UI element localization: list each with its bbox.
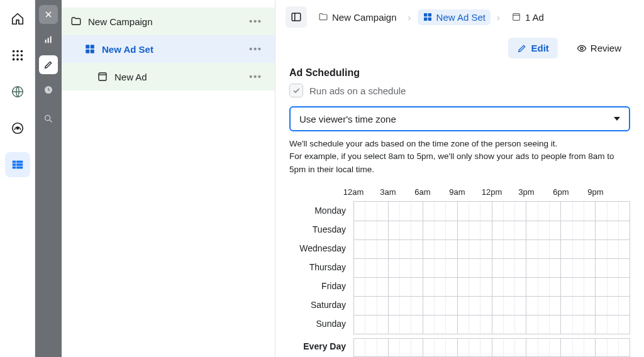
schedule-cell[interactable] bbox=[538, 297, 550, 315]
schedule-cell[interactable] bbox=[389, 202, 400, 221]
schedule-cell[interactable] bbox=[389, 240, 400, 258]
schedule-cell[interactable] bbox=[354, 339, 365, 356]
schedule-cell[interactable] bbox=[504, 297, 515, 315]
schedule-cell[interactable] bbox=[411, 297, 423, 315]
schedule-cell[interactable] bbox=[411, 259, 423, 277]
schedule-cell[interactable] bbox=[504, 316, 515, 334]
crumb-campaign[interactable]: New Campaign bbox=[313, 9, 402, 25]
schedule-cell[interactable] bbox=[573, 297, 584, 315]
schedule-cell[interactable] bbox=[561, 240, 572, 258]
schedule-cell[interactable] bbox=[561, 297, 572, 315]
schedule-cell[interactable] bbox=[446, 259, 457, 277]
schedule-cell[interactable] bbox=[411, 221, 423, 239]
schedule-cell[interactable] bbox=[400, 339, 411, 356]
schedule-cell[interactable] bbox=[354, 297, 365, 315]
schedule-cell[interactable] bbox=[526, 221, 538, 239]
schedule-cell[interactable] bbox=[608, 259, 619, 277]
schedule-cell[interactable] bbox=[377, 278, 389, 296]
schedule-cell[interactable] bbox=[596, 297, 607, 315]
schedule-cell[interactable] bbox=[608, 316, 619, 334]
schedule-cell[interactable] bbox=[400, 316, 411, 334]
schedule-cell[interactable] bbox=[458, 202, 469, 221]
schedule-cell[interactable] bbox=[435, 202, 446, 221]
schedule-cell[interactable] bbox=[526, 278, 538, 296]
schedule-checkbox[interactable] bbox=[289, 84, 303, 97]
schedule-cell[interactable] bbox=[526, 297, 538, 315]
table-icon[interactable] bbox=[5, 152, 30, 177]
schedule-cell[interactable] bbox=[411, 202, 423, 221]
schedule-cell[interactable] bbox=[480, 259, 492, 277]
schedule-cell[interactable] bbox=[608, 221, 619, 239]
schedule-cell[interactable] bbox=[526, 259, 538, 277]
schedule-cell[interactable] bbox=[423, 316, 435, 334]
schedule-cell[interactable] bbox=[389, 297, 400, 315]
timezone-dropdown[interactable]: Use viewer's time zone bbox=[289, 106, 630, 131]
schedule-cell[interactable] bbox=[423, 297, 435, 315]
schedule-cell[interactable] bbox=[619, 339, 630, 356]
schedule-cell[interactable] bbox=[365, 259, 377, 277]
schedule-cell[interactable] bbox=[435, 297, 446, 315]
schedule-cells[interactable] bbox=[353, 201, 630, 334]
close-icon[interactable] bbox=[39, 5, 58, 24]
schedule-cell[interactable] bbox=[504, 240, 515, 258]
schedule-cell[interactable] bbox=[584, 221, 596, 239]
home-icon[interactable] bbox=[5, 6, 30, 31]
schedule-cell[interactable] bbox=[389, 259, 400, 277]
schedule-cell[interactable] bbox=[423, 339, 435, 356]
schedule-cell[interactable] bbox=[435, 339, 446, 356]
schedule-cell[interactable] bbox=[354, 259, 365, 277]
schedule-cell[interactable] bbox=[435, 259, 446, 277]
schedule-cell[interactable] bbox=[584, 297, 596, 315]
schedule-cell[interactable] bbox=[389, 278, 400, 296]
schedule-cell[interactable] bbox=[480, 339, 492, 356]
schedule-cell[interactable] bbox=[446, 202, 457, 221]
schedule-cell[interactable] bbox=[538, 316, 550, 334]
schedule-cell[interactable] bbox=[458, 221, 469, 239]
more-icon[interactable]: ••• bbox=[249, 44, 262, 54]
schedule-cell[interactable] bbox=[596, 278, 607, 296]
schedule-cell[interactable] bbox=[561, 221, 572, 239]
schedule-cell[interactable] bbox=[596, 240, 607, 258]
schedule-cell[interactable] bbox=[365, 221, 377, 239]
schedule-cell[interactable] bbox=[526, 339, 538, 356]
schedule-cell[interactable] bbox=[377, 221, 389, 239]
tree-adset[interactable]: New Ad Set ••• bbox=[62, 35, 275, 63]
schedule-cell[interactable] bbox=[515, 240, 526, 258]
crumb-ad[interactable]: 1 Ad bbox=[506, 9, 549, 25]
schedule-cell[interactable] bbox=[619, 221, 630, 239]
schedule-cell[interactable] bbox=[423, 202, 435, 221]
schedule-cell[interactable] bbox=[515, 339, 526, 356]
schedule-cell[interactable] bbox=[411, 316, 423, 334]
schedule-cell[interactable] bbox=[584, 259, 596, 277]
schedule-cell[interactable] bbox=[411, 240, 423, 258]
schedule-cell[interactable] bbox=[492, 316, 504, 334]
schedule-cell[interactable] bbox=[584, 339, 596, 356]
schedule-cell[interactable] bbox=[608, 278, 619, 296]
schedule-cell[interactable] bbox=[515, 297, 526, 315]
schedule-cell[interactable] bbox=[573, 202, 584, 221]
schedule-cell[interactable] bbox=[573, 221, 584, 239]
schedule-cell[interactable] bbox=[538, 259, 550, 277]
schedule-cell[interactable] bbox=[608, 202, 619, 221]
schedule-cell[interactable] bbox=[480, 221, 492, 239]
schedule-cell[interactable] bbox=[469, 240, 480, 258]
schedule-cell[interactable] bbox=[561, 202, 572, 221]
pencil-icon[interactable] bbox=[39, 55, 58, 74]
schedule-row[interactable] bbox=[354, 258, 630, 277]
schedule-cell[interactable] bbox=[469, 202, 480, 221]
schedule-cell[interactable] bbox=[446, 316, 457, 334]
schedule-cell[interactable] bbox=[596, 316, 607, 334]
schedule-cell[interactable] bbox=[492, 240, 504, 258]
schedule-cell[interactable] bbox=[400, 221, 411, 239]
globe-icon[interactable] bbox=[5, 79, 30, 104]
schedule-cell[interactable] bbox=[584, 316, 596, 334]
schedule-cell[interactable] bbox=[354, 221, 365, 239]
schedule-cell[interactable] bbox=[515, 221, 526, 239]
schedule-cell[interactable] bbox=[608, 339, 619, 356]
schedule-cell[interactable] bbox=[584, 278, 596, 296]
schedule-cell[interactable] bbox=[596, 221, 607, 239]
schedule-row[interactable] bbox=[354, 315, 630, 334]
schedule-cell[interactable] bbox=[480, 202, 492, 221]
schedule-cell[interactable] bbox=[561, 259, 572, 277]
more-icon[interactable]: ••• bbox=[249, 72, 262, 82]
